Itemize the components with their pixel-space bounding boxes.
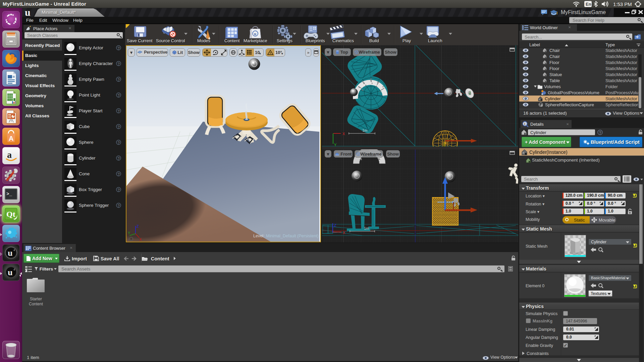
svg-text:i: i: [524, 122, 525, 126]
svg-text:Y: Y: [128, 231, 130, 235]
svg-text:En: En: [586, 2, 591, 7]
svg-text:1m: 1m: [364, 226, 369, 230]
svg-text:u: u: [254, 31, 256, 36]
svg-text:Minimal_Default (Persistent): Minimal_Default (Persistent): [266, 234, 319, 238]
svg-text:Z: Z: [334, 223, 336, 227]
svg-text:X: X: [139, 237, 142, 241]
svg-text:Y: Y: [334, 143, 337, 146]
svg-text:1m: 1m: [362, 128, 367, 132]
svg-text:X: X: [343, 231, 345, 235]
svg-text:X: X: [342, 132, 345, 136]
svg-text:Z: Z: [137, 224, 139, 228]
svg-text:Level:: Level:: [253, 234, 264, 238]
svg-text:1:53 PM: 1:53 PM: [613, 1, 632, 7]
